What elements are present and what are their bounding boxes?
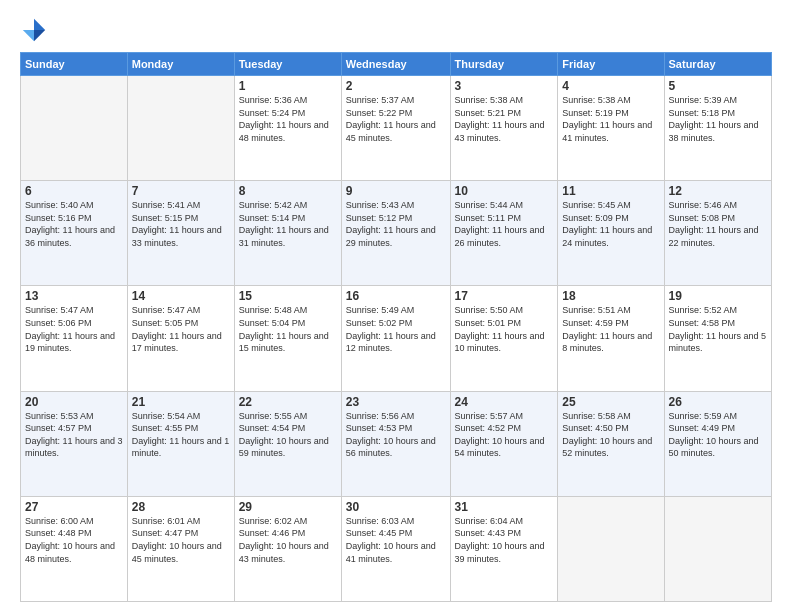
day-number: 16 <box>346 289 446 303</box>
day-number: 7 <box>132 184 230 198</box>
day-info: Sunrise: 5:36 AMSunset: 5:24 PMDaylight:… <box>239 94 337 144</box>
day-info: Sunrise: 5:50 AMSunset: 5:01 PMDaylight:… <box>455 304 554 354</box>
day-info: Sunrise: 5:47 AMSunset: 5:06 PMDaylight:… <box>25 304 123 354</box>
calendar-cell: 7Sunrise: 5:41 AMSunset: 5:15 PMDaylight… <box>127 181 234 286</box>
day-number: 22 <box>239 395 337 409</box>
day-number: 13 <box>25 289 123 303</box>
day-info: Sunrise: 6:03 AMSunset: 4:45 PMDaylight:… <box>346 515 446 565</box>
day-number: 20 <box>25 395 123 409</box>
day-info: Sunrise: 5:47 AMSunset: 5:05 PMDaylight:… <box>132 304 230 354</box>
day-number: 19 <box>669 289 767 303</box>
calendar-cell: 3Sunrise: 5:38 AMSunset: 5:21 PMDaylight… <box>450 76 558 181</box>
day-number: 28 <box>132 500 230 514</box>
day-number: 2 <box>346 79 446 93</box>
calendar-header-tuesday: Tuesday <box>234 53 341 76</box>
calendar-cell <box>127 76 234 181</box>
day-info: Sunrise: 5:43 AMSunset: 5:12 PMDaylight:… <box>346 199 446 249</box>
calendar-cell: 5Sunrise: 5:39 AMSunset: 5:18 PMDaylight… <box>664 76 771 181</box>
day-info: Sunrise: 5:39 AMSunset: 5:18 PMDaylight:… <box>669 94 767 144</box>
calendar-cell: 25Sunrise: 5:58 AMSunset: 4:50 PMDayligh… <box>558 391 664 496</box>
calendar-cell: 30Sunrise: 6:03 AMSunset: 4:45 PMDayligh… <box>341 496 450 601</box>
svg-marker-1 <box>23 30 34 41</box>
day-info: Sunrise: 5:56 AMSunset: 4:53 PMDaylight:… <box>346 410 446 460</box>
day-number: 9 <box>346 184 446 198</box>
calendar-cell: 22Sunrise: 5:55 AMSunset: 4:54 PMDayligh… <box>234 391 341 496</box>
day-number: 18 <box>562 289 659 303</box>
day-number: 29 <box>239 500 337 514</box>
calendar-cell: 27Sunrise: 6:00 AMSunset: 4:48 PMDayligh… <box>21 496 128 601</box>
calendar-week-1: 1Sunrise: 5:36 AMSunset: 5:24 PMDaylight… <box>21 76 772 181</box>
calendar-cell: 29Sunrise: 6:02 AMSunset: 4:46 PMDayligh… <box>234 496 341 601</box>
logo-icon <box>20 16 48 44</box>
day-number: 30 <box>346 500 446 514</box>
calendar-cell: 9Sunrise: 5:43 AMSunset: 5:12 PMDaylight… <box>341 181 450 286</box>
day-number: 11 <box>562 184 659 198</box>
calendar-cell: 13Sunrise: 5:47 AMSunset: 5:06 PMDayligh… <box>21 286 128 391</box>
day-info: Sunrise: 6:04 AMSunset: 4:43 PMDaylight:… <box>455 515 554 565</box>
day-info: Sunrise: 5:52 AMSunset: 4:58 PMDaylight:… <box>669 304 767 354</box>
svg-marker-2 <box>34 30 45 41</box>
calendar-week-2: 6Sunrise: 5:40 AMSunset: 5:16 PMDaylight… <box>21 181 772 286</box>
calendar-cell: 17Sunrise: 5:50 AMSunset: 5:01 PMDayligh… <box>450 286 558 391</box>
calendar-cell: 18Sunrise: 5:51 AMSunset: 4:59 PMDayligh… <box>558 286 664 391</box>
day-info: Sunrise: 5:38 AMSunset: 5:19 PMDaylight:… <box>562 94 659 144</box>
calendar-cell: 10Sunrise: 5:44 AMSunset: 5:11 PMDayligh… <box>450 181 558 286</box>
day-number: 5 <box>669 79 767 93</box>
calendar-cell: 14Sunrise: 5:47 AMSunset: 5:05 PMDayligh… <box>127 286 234 391</box>
calendar-cell: 16Sunrise: 5:49 AMSunset: 5:02 PMDayligh… <box>341 286 450 391</box>
day-info: Sunrise: 5:37 AMSunset: 5:22 PMDaylight:… <box>346 94 446 144</box>
day-number: 24 <box>455 395 554 409</box>
day-info: Sunrise: 5:51 AMSunset: 4:59 PMDaylight:… <box>562 304 659 354</box>
day-number: 14 <box>132 289 230 303</box>
calendar-cell: 11Sunrise: 5:45 AMSunset: 5:09 PMDayligh… <box>558 181 664 286</box>
day-number: 12 <box>669 184 767 198</box>
calendar-cell: 19Sunrise: 5:52 AMSunset: 4:58 PMDayligh… <box>664 286 771 391</box>
calendar-week-3: 13Sunrise: 5:47 AMSunset: 5:06 PMDayligh… <box>21 286 772 391</box>
calendar-header-sunday: Sunday <box>21 53 128 76</box>
calendar-header-friday: Friday <box>558 53 664 76</box>
day-number: 17 <box>455 289 554 303</box>
day-info: Sunrise: 5:40 AMSunset: 5:16 PMDaylight:… <box>25 199 123 249</box>
calendar-cell: 26Sunrise: 5:59 AMSunset: 4:49 PMDayligh… <box>664 391 771 496</box>
day-number: 23 <box>346 395 446 409</box>
day-info: Sunrise: 5:49 AMSunset: 5:02 PMDaylight:… <box>346 304 446 354</box>
day-number: 15 <box>239 289 337 303</box>
header <box>20 16 772 44</box>
day-number: 6 <box>25 184 123 198</box>
day-info: Sunrise: 5:54 AMSunset: 4:55 PMDaylight:… <box>132 410 230 460</box>
day-number: 25 <box>562 395 659 409</box>
day-info: Sunrise: 5:55 AMSunset: 4:54 PMDaylight:… <box>239 410 337 460</box>
day-info: Sunrise: 5:38 AMSunset: 5:21 PMDaylight:… <box>455 94 554 144</box>
day-info: Sunrise: 6:01 AMSunset: 4:47 PMDaylight:… <box>132 515 230 565</box>
day-info: Sunrise: 5:58 AMSunset: 4:50 PMDaylight:… <box>562 410 659 460</box>
day-info: Sunrise: 6:00 AMSunset: 4:48 PMDaylight:… <box>25 515 123 565</box>
day-info: Sunrise: 5:45 AMSunset: 5:09 PMDaylight:… <box>562 199 659 249</box>
calendar-cell: 6Sunrise: 5:40 AMSunset: 5:16 PMDaylight… <box>21 181 128 286</box>
day-number: 1 <box>239 79 337 93</box>
day-number: 10 <box>455 184 554 198</box>
calendar-cell: 28Sunrise: 6:01 AMSunset: 4:47 PMDayligh… <box>127 496 234 601</box>
day-info: Sunrise: 5:57 AMSunset: 4:52 PMDaylight:… <box>455 410 554 460</box>
day-number: 4 <box>562 79 659 93</box>
calendar-cell <box>558 496 664 601</box>
day-info: Sunrise: 5:46 AMSunset: 5:08 PMDaylight:… <box>669 199 767 249</box>
day-number: 3 <box>455 79 554 93</box>
calendar-header-thursday: Thursday <box>450 53 558 76</box>
calendar-header-row: SundayMondayTuesdayWednesdayThursdayFrid… <box>21 53 772 76</box>
day-number: 21 <box>132 395 230 409</box>
calendar-cell: 15Sunrise: 5:48 AMSunset: 5:04 PMDayligh… <box>234 286 341 391</box>
day-info: Sunrise: 5:42 AMSunset: 5:14 PMDaylight:… <box>239 199 337 249</box>
calendar-cell <box>664 496 771 601</box>
calendar-header-saturday: Saturday <box>664 53 771 76</box>
calendar-cell: 23Sunrise: 5:56 AMSunset: 4:53 PMDayligh… <box>341 391 450 496</box>
calendar-cell: 1Sunrise: 5:36 AMSunset: 5:24 PMDaylight… <box>234 76 341 181</box>
day-info: Sunrise: 5:48 AMSunset: 5:04 PMDaylight:… <box>239 304 337 354</box>
calendar-cell <box>21 76 128 181</box>
day-info: Sunrise: 6:02 AMSunset: 4:46 PMDaylight:… <box>239 515 337 565</box>
day-info: Sunrise: 5:59 AMSunset: 4:49 PMDaylight:… <box>669 410 767 460</box>
day-number: 27 <box>25 500 123 514</box>
day-number: 26 <box>669 395 767 409</box>
calendar-header-wednesday: Wednesday <box>341 53 450 76</box>
calendar-cell: 20Sunrise: 5:53 AMSunset: 4:57 PMDayligh… <box>21 391 128 496</box>
calendar-header-monday: Monday <box>127 53 234 76</box>
